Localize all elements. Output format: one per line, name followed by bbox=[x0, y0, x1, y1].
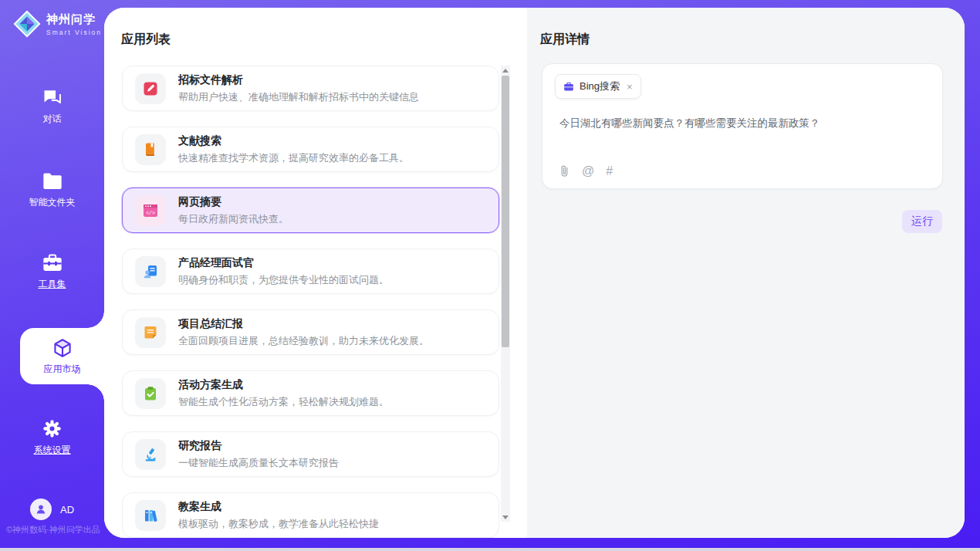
app-card-desc: 明确身份和职责，为您提供专业性的面试问题。 bbox=[178, 273, 389, 287]
clipboard-check-icon bbox=[135, 378, 166, 409]
svg-text:</>: </> bbox=[146, 210, 155, 215]
brand-name: 神州问学 bbox=[46, 12, 102, 27]
scroll-down-icon[interactable] bbox=[501, 512, 510, 522]
app-card-name: 研究报告 bbox=[178, 439, 339, 453]
mention-icon[interactable]: @ bbox=[582, 165, 594, 177]
tool-chip-label: Bing搜索 bbox=[580, 79, 620, 93]
paperclip-icon[interactable] bbox=[559, 164, 570, 177]
app-card-desc: 每日政府新闻资讯快查。 bbox=[178, 212, 289, 226]
diamond-logo-icon bbox=[12, 9, 42, 39]
run-button[interactable]: 运行 bbox=[902, 210, 942, 233]
user-name: AD bbox=[60, 504, 74, 516]
app-card-name: 项目总结汇报 bbox=[178, 317, 429, 331]
prompt-toolbar: @ # bbox=[559, 164, 613, 177]
microscope-icon bbox=[135, 439, 166, 470]
app-card-desc: 全面回顾项目进展，总结经验教训，助力未来优化发展。 bbox=[178, 334, 429, 348]
sidebar-item-label: 应用市场 bbox=[44, 363, 81, 376]
scrollbar-thumb[interactable] bbox=[502, 76, 509, 347]
cube-icon bbox=[52, 337, 73, 359]
app-card-name: 招标文件解析 bbox=[178, 73, 419, 87]
brand-logo: 神州问学 Smart Vision bbox=[12, 9, 102, 39]
sidebar-item-label: 系统设置 bbox=[34, 444, 71, 457]
sidebar-item-smart-folder[interactable]: 智能文件夹 bbox=[0, 171, 104, 209]
gear-icon bbox=[42, 418, 63, 439]
app-card-name: 文献搜索 bbox=[178, 134, 409, 148]
app-card-name: 网页摘要 bbox=[178, 195, 289, 209]
tool-chip-bing-search[interactable]: Bing搜索 × bbox=[555, 74, 641, 99]
sidebar: 神州问学 Smart Vision 对话 智能文件夹 工具集 bbox=[0, 0, 104, 548]
chip-close-icon[interactable]: × bbox=[627, 81, 633, 93]
app-card-desc: 智能生成个性化活动方案，轻松解决规划难题。 bbox=[178, 395, 389, 409]
browser-code-icon: </> bbox=[135, 195, 166, 226]
sidebar-item-app-market[interactable]: 应用市场 bbox=[20, 328, 104, 384]
prompt-card: Bing搜索 × 今日湖北有哪些新闻要点？有哪些需要关注的最新政策？ @ # bbox=[542, 63, 943, 189]
app-card-literature-search[interactable]: 文献搜索 快速精准查找学术资源，提高研究效率的必备工具。 bbox=[122, 127, 499, 172]
app-card-desc: 模板驱动，教案秒成，教学准备从此轻松快捷 bbox=[178, 517, 379, 531]
pen-document-icon bbox=[135, 73, 166, 104]
app-card-event-plan[interactable]: 活动方案生成 智能生成个性化活动方案，轻松解决规划难题。 bbox=[122, 370, 499, 416]
app-card-bid-parse[interactable]: 招标文件解析 帮助用户快速、准确地理解和解析招标书中的关键信息 bbox=[122, 66, 499, 111]
sidebar-item-chat[interactable]: 对话 bbox=[0, 86, 104, 126]
app-detail-title: 应用详情 bbox=[540, 32, 590, 48]
app-card-research-report[interactable]: 研究报告 一键智能生成高质量长文本研究报告 bbox=[122, 431, 499, 477]
folder-icon bbox=[42, 171, 63, 191]
scroll-up-icon[interactable] bbox=[501, 66, 510, 75]
app-list-scrollbar[interactable] bbox=[501, 66, 510, 522]
chat-icon bbox=[42, 86, 63, 108]
book-icon bbox=[135, 134, 166, 165]
brand-subtitle: Smart Vision bbox=[46, 29, 102, 36]
app-card-pm-interviewer[interactable]: 产品经理面试官 明确身份和职责，为您提供专业性的面试问题。 bbox=[122, 248, 499, 294]
app-card-desc: 一键智能生成高质量长文本研究报告 bbox=[178, 456, 339, 470]
app-card-name: 活动方案生成 bbox=[178, 378, 389, 392]
app-list: 招标文件解析 帮助用户快速、准确地理解和解析招标书中的关键信息 文献搜索 快速精… bbox=[122, 66, 499, 538]
app-card-web-summary[interactable]: </> 网页摘要 每日政府新闻资讯快查。 bbox=[122, 188, 499, 233]
interviewer-icon bbox=[135, 256, 166, 287]
copyright-footer: ©神州数码·神州问学出品 bbox=[6, 524, 100, 536]
app-card-name: 教案生成 bbox=[178, 500, 379, 514]
sidebar-item-label: 智能文件夹 bbox=[29, 196, 76, 209]
person-icon bbox=[35, 503, 47, 516]
sidebar-item-label: 对话 bbox=[43, 113, 62, 126]
sidebar-item-toolset[interactable]: 工具集 bbox=[0, 253, 104, 291]
hash-icon[interactable]: # bbox=[606, 165, 613, 177]
briefcase-icon bbox=[563, 82, 574, 92]
user-profile[interactable]: AD bbox=[30, 499, 74, 520]
app-card-lesson-plan[interactable]: 教案生成 模板驱动，教案秒成，教学准备从此轻松快捷 bbox=[122, 492, 499, 538]
main-window: 应用列表 招标文件解析 帮助用户快速、准确地理解和解析招标书中的关键信息 bbox=[104, 8, 965, 538]
app-detail-panel: 应用详情 Bing搜索 × 今日湖北有哪些新闻要点？有哪些需要关注的最新政策？ … bbox=[527, 8, 965, 538]
app-list-panel: 应用列表 招标文件解析 帮助用户快速、准确地理解和解析招标书中的关键信息 bbox=[104, 8, 527, 538]
avatar bbox=[30, 499, 52, 520]
app-card-project-summary[interactable]: 项目总结汇报 全面回顾项目进展，总结经验教训，助力未来优化发展。 bbox=[122, 309, 499, 355]
app-card-desc: 帮助用户快速、准确地理解和解析招标书中的关键信息 bbox=[178, 90, 419, 104]
sidebar-item-settings[interactable]: 系统设置 bbox=[0, 418, 104, 457]
app-card-name: 产品经理面试官 bbox=[178, 256, 389, 270]
sidebar-item-label: 工具集 bbox=[39, 278, 66, 291]
prompt-input[interactable]: 今日湖北有哪些新闻要点？有哪些需要关注的最新政策？ bbox=[559, 117, 925, 130]
books-icon bbox=[135, 500, 166, 531]
app-list-title: 应用列表 bbox=[121, 32, 171, 48]
toolbox-icon bbox=[42, 253, 63, 273]
app-card-desc: 快速精准查找学术资源，提高研究效率的必备工具。 bbox=[178, 151, 409, 165]
sticky-note-icon bbox=[135, 317, 166, 348]
